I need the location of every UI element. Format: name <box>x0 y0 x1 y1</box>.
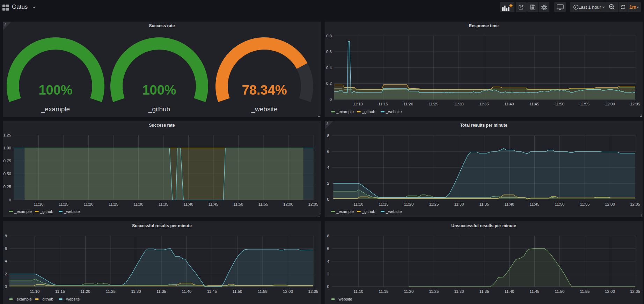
svg-text:Response time: Response time <box>469 23 499 28</box>
svg-text:_github: _github <box>40 297 53 301</box>
svg-text:12:05: 12:05 <box>630 202 640 206</box>
svg-text:Success rate: Success rate <box>149 23 175 28</box>
svg-text:11:35: 11:35 <box>156 289 166 294</box>
svg-text:Success rate: Success rate <box>149 123 175 128</box>
svg-text:11:50: 11:50 <box>555 202 565 206</box>
svg-text:0: 0 <box>327 197 329 201</box>
svg-text:1.00: 1.00 <box>3 146 11 150</box>
svg-text:11:55: 11:55 <box>258 202 268 206</box>
svg-text:8: 8 <box>327 234 329 238</box>
svg-text:Successful results per minute: Successful results per minute <box>132 223 192 228</box>
svg-text:_website: _website <box>336 297 352 301</box>
svg-text:11:50: 11:50 <box>234 202 243 206</box>
svg-text:12:05: 12:05 <box>630 102 640 106</box>
svg-text:11:35: 11:35 <box>479 102 489 106</box>
svg-text:11:20: 11:20 <box>404 202 414 206</box>
svg-text:11:55: 11:55 <box>580 102 590 106</box>
svg-text:11:35: 11:35 <box>479 202 489 206</box>
svg-text:11:40: 11:40 <box>504 102 514 106</box>
svg-text:11:35: 11:35 <box>479 289 489 294</box>
svg-text:11:15: 11:15 <box>378 102 388 106</box>
svg-text:11:25: 11:25 <box>106 289 116 294</box>
svg-text:0.6: 0.6 <box>326 50 332 54</box>
svg-text:0: 0 <box>330 97 332 102</box>
svg-text:1.25: 1.25 <box>3 133 11 137</box>
svg-text:_example: _example <box>14 209 32 214</box>
svg-text:_website: _website <box>64 209 80 214</box>
svg-text:_github: _github <box>40 209 53 214</box>
svg-text:12:00: 12:00 <box>605 202 615 206</box>
svg-text:4: 4 <box>327 165 330 170</box>
svg-text:_website: _website <box>251 105 278 113</box>
svg-text:_github: _github <box>362 209 375 214</box>
svg-text:12:00: 12:00 <box>283 289 293 294</box>
svg-text:11:10: 11:10 <box>353 102 363 106</box>
svg-text:11:50: 11:50 <box>555 289 565 294</box>
svg-text:11:10: 11:10 <box>353 289 363 294</box>
svg-text:11:30: 11:30 <box>134 202 144 206</box>
svg-text:_github: _github <box>148 105 170 113</box>
svg-text:_example: _example <box>336 110 354 114</box>
svg-text:11:25: 11:25 <box>429 289 439 294</box>
svg-text:11:15: 11:15 <box>379 202 388 206</box>
svg-text:0: 0 <box>5 284 7 289</box>
svg-text:0.25: 0.25 <box>3 185 11 189</box>
svg-text:11:35: 11:35 <box>159 202 168 206</box>
svg-text:100%: 100% <box>142 83 176 97</box>
svg-text:11:45: 11:45 <box>529 102 539 106</box>
svg-text:11:15: 11:15 <box>59 202 68 206</box>
svg-text:11:25: 11:25 <box>429 202 439 206</box>
svg-text:_example: _example <box>14 297 32 301</box>
svg-text:11:50: 11:50 <box>233 289 242 294</box>
svg-text:11:10: 11:10 <box>30 289 40 294</box>
svg-text:12:05: 12:05 <box>630 289 640 294</box>
svg-text:8: 8 <box>327 134 329 138</box>
svg-text:11:10: 11:10 <box>34 202 44 206</box>
svg-text:8: 8 <box>5 234 7 238</box>
svg-text:Unsuccessful results per minut: Unsuccessful results per minute <box>451 223 516 228</box>
svg-text:11:25: 11:25 <box>429 102 438 106</box>
svg-text:_website: _website <box>64 297 80 301</box>
svg-text:11:15: 11:15 <box>379 289 388 294</box>
svg-text:11:20: 11:20 <box>81 289 90 294</box>
svg-text:11:15: 11:15 <box>55 289 65 294</box>
svg-text:0.4: 0.4 <box>326 66 332 70</box>
svg-text:0.2: 0.2 <box>326 81 332 86</box>
svg-text:11:40: 11:40 <box>505 289 514 294</box>
svg-text:11:25: 11:25 <box>109 202 118 206</box>
svg-text:_website: _website <box>386 110 402 114</box>
svg-text:11:40: 11:40 <box>505 202 514 206</box>
svg-text:6: 6 <box>327 149 329 154</box>
svg-text:6: 6 <box>5 246 7 251</box>
svg-text:0.8: 0.8 <box>326 34 332 38</box>
svg-text:_example: _example <box>336 209 354 214</box>
svg-text:4: 4 <box>327 259 330 264</box>
svg-text:12:00: 12:00 <box>283 202 293 206</box>
svg-text:11:45: 11:45 <box>207 289 217 294</box>
svg-text:11:40: 11:40 <box>182 289 192 294</box>
svg-text:11:30: 11:30 <box>454 102 464 106</box>
svg-text:11:10: 11:10 <box>353 202 363 206</box>
svg-text:11:20: 11:20 <box>84 202 94 206</box>
svg-text:0.50: 0.50 <box>3 172 11 176</box>
svg-text:12:05: 12:05 <box>308 289 319 294</box>
svg-text:2: 2 <box>5 272 7 276</box>
svg-text:11:20: 11:20 <box>403 102 413 106</box>
svg-text:11:55: 11:55 <box>580 202 590 206</box>
svg-text:12:05: 12:05 <box>308 202 319 206</box>
svg-text:11:30: 11:30 <box>131 289 141 294</box>
svg-text:11:45: 11:45 <box>530 289 540 294</box>
svg-text:11:50: 11:50 <box>555 102 564 106</box>
svg-text:11:30: 11:30 <box>454 289 464 294</box>
svg-text:0.75: 0.75 <box>3 159 11 163</box>
svg-text:78.34%: 78.34% <box>242 83 287 97</box>
svg-text:0: 0 <box>9 198 11 202</box>
svg-text:12:00: 12:00 <box>605 102 615 106</box>
svg-text:11:40: 11:40 <box>184 202 193 206</box>
svg-text:11:30: 11:30 <box>454 202 464 206</box>
svg-text:11:55: 11:55 <box>580 289 590 294</box>
svg-text:_example: _example <box>41 105 70 113</box>
svg-text:2: 2 <box>327 272 329 276</box>
svg-text:6: 6 <box>327 246 329 251</box>
svg-text:11:45: 11:45 <box>530 202 540 206</box>
